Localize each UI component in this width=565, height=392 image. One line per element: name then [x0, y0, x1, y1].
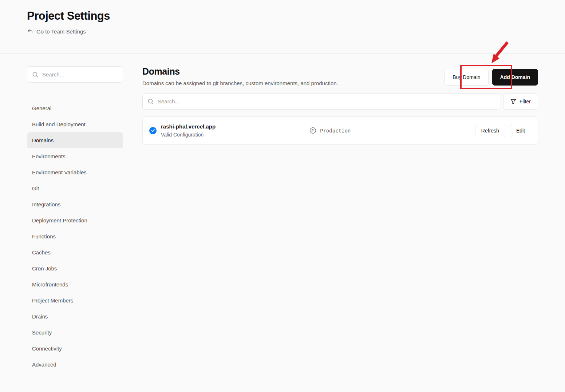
environment-badge: Production	[309, 127, 351, 134]
environment-label: Production	[320, 128, 351, 134]
sidebar-item-connectivity[interactable]: Connectivity	[27, 340, 123, 356]
domains-header-actions: Buy Domain Add Domain	[445, 69, 538, 86]
refresh-button[interactable]: Refresh	[475, 124, 505, 137]
sidebar-item-security[interactable]: Security	[27, 324, 123, 340]
sidebar-item-general[interactable]: General	[27, 100, 123, 116]
sidebar-item-environment-variables[interactable]: Environment Variables	[27, 164, 123, 180]
domain-card: rashi-phal.vercel.app Valid Configuratio…	[142, 116, 538, 144]
search-icon	[147, 98, 154, 105]
add-domain-button[interactable]: Add Domain	[492, 69, 538, 86]
funnel-icon	[510, 99, 516, 104]
filter-button-label: Filter	[519, 99, 531, 104]
filter-button[interactable]: Filter	[503, 93, 538, 110]
arrow-up-circle-icon	[309, 127, 316, 134]
go-to-team-settings-link[interactable]: Go to Team Settings	[27, 28, 86, 35]
page-body: General Build and Deployment Domains Env…	[0, 54, 565, 372]
sidebar-nav: General Build and Deployment Domains Env…	[27, 100, 123, 372]
valid-check-icon	[149, 127, 157, 134]
domains-header: Domains Domains can be assigned to git b…	[142, 66, 538, 86]
edit-button[interactable]: Edit	[510, 124, 531, 137]
domain-info: rashi-phal.vercel.app Valid Configuratio…	[161, 123, 309, 138]
sidebar-item-project-members[interactable]: Project Members	[27, 292, 123, 308]
sidebar-item-domains[interactable]: Domains	[27, 132, 123, 148]
sidebar-item-microfrontends[interactable]: Microfrontends	[27, 276, 123, 292]
domain-status: Valid Configuration	[161, 132, 309, 138]
search-icon	[32, 71, 39, 78]
section-title: Domains	[142, 66, 338, 77]
domains-toolbar: Filter	[142, 93, 538, 110]
sidebar-item-build-and-deployment[interactable]: Build and Deployment	[27, 116, 123, 132]
sidebar-item-caches[interactable]: Caches	[27, 244, 123, 260]
domains-search[interactable]	[142, 93, 500, 110]
corner-up-left-icon	[27, 28, 33, 35]
sidebar-item-deployment-protection[interactable]: Deployment Protection	[27, 212, 123, 228]
sidebar-item-integrations[interactable]: Integrations	[27, 196, 123, 212]
sidebar-item-advanced[interactable]: Advanced	[27, 356, 123, 372]
settings-sidebar: General Build and Deployment Domains Env…	[27, 66, 123, 372]
sidebar-item-drains[interactable]: Drains	[27, 308, 123, 324]
domains-section: Domains Domains can be assigned to git b…	[142, 66, 538, 372]
page-header: Project Settings Go to Team Settings	[0, 0, 565, 54]
sidebar-item-environments[interactable]: Environments	[27, 148, 123, 164]
buy-domain-button[interactable]: Buy Domain	[445, 69, 488, 86]
page-title: Project Settings	[27, 9, 538, 23]
sidebar-item-cron-jobs[interactable]: Cron Jobs	[27, 260, 123, 276]
sidebar-search-input[interactable]	[42, 71, 118, 78]
domain-name[interactable]: rashi-phal.vercel.app	[161, 123, 309, 130]
domains-search-input[interactable]	[158, 98, 495, 104]
section-description: Domains can be assigned to git branches,…	[142, 80, 338, 86]
domain-row-actions: Refresh Edit	[475, 124, 531, 137]
domains-titles: Domains Domains can be assigned to git b…	[142, 66, 338, 86]
sidebar-item-git[interactable]: Git	[27, 180, 123, 196]
sidebar-search[interactable]	[27, 66, 123, 83]
sidebar-item-functions[interactable]: Functions	[27, 228, 123, 244]
back-link-label: Go to Team Settings	[36, 28, 86, 35]
domain-row: rashi-phal.vercel.app Valid Configuratio…	[143, 117, 538, 144]
